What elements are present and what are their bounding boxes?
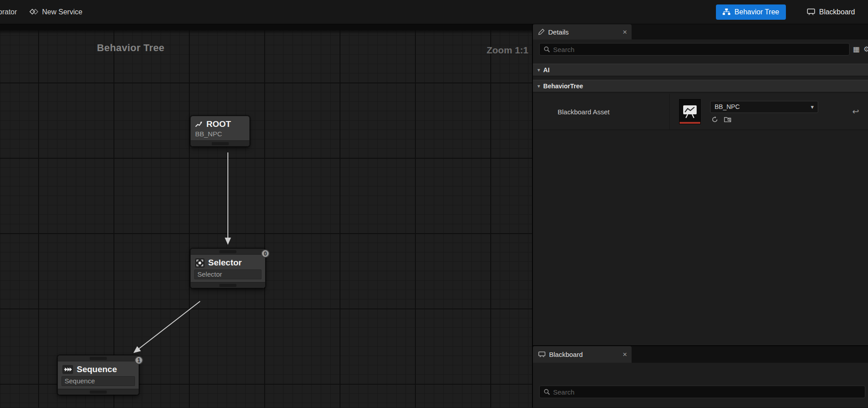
category-behaviortree[interactable]: ▾ BehaviorTree: [533, 80, 868, 92]
right-panel: Details × ▦ ⚙ ▾ AI ▾ BehaviorTree: [533, 24, 868, 408]
top-toolbar: orator New Service Behavior Tree Blackbo…: [0, 0, 868, 24]
blackboard-search-row: [533, 382, 868, 402]
blackboard-tab-icon: [538, 352, 545, 357]
blackboard-search-input[interactable]: [553, 388, 861, 396]
asset-color-bar: [680, 122, 700, 124]
details-search-box[interactable]: [539, 43, 850, 56]
behavior-tree-button-label: Behavior Tree: [734, 8, 779, 16]
selector-input-pin[interactable]: [191, 249, 265, 255]
browse-to-asset-icon[interactable]: [724, 116, 731, 123]
node-subtitle: Selector: [194, 269, 262, 279]
tab-details[interactable]: Details ×: [533, 24, 632, 39]
property-label: Blackboard Asset: [533, 94, 670, 130]
sequence-output-pin[interactable]: [58, 389, 139, 395]
node-title: Sequence: [77, 365, 117, 374]
details-empty-area: [533, 130, 868, 345]
search-icon: [544, 46, 550, 52]
close-blackboard-tab-icon[interactable]: ×: [623, 351, 627, 358]
settings-icon[interactable]: ⚙: [864, 46, 868, 53]
details-search-row: ▦ ⚙: [533, 39, 868, 59]
blackboard-panel: Blackboard ×: [533, 345, 868, 408]
execution-index-badge: 1: [135, 356, 143, 365]
root-icon: [195, 121, 203, 127]
dropdown-selected-value: BB_NPC: [715, 103, 811, 110]
graph-title-watermark: Behavior Tree: [97, 42, 165, 54]
blackboard-button[interactable]: Blackboard: [800, 4, 862, 20]
reset-to-default-icon[interactable]: ↩: [852, 107, 859, 117]
asset-action-icons: [710, 116, 818, 123]
pencil-icon: [538, 29, 545, 35]
toolbar-right-group: Behavior Tree Blackboard: [716, 4, 868, 20]
blackboard-search-box[interactable]: [539, 386, 865, 398]
tab-blackboard[interactable]: Blackboard ×: [533, 346, 632, 363]
root-node-header: ROOT: [191, 116, 249, 130]
blackboard-icon: [807, 9, 815, 15]
view-options-icon[interactable]: ▦: [853, 46, 860, 53]
search-icon: [544, 389, 550, 395]
root-output-pin[interactable]: [191, 140, 249, 146]
selector-icon: [195, 258, 205, 268]
chevron-down-icon: ▾: [537, 83, 540, 89]
node-title: ROOT: [206, 119, 231, 129]
details-tabstrip: Details ×: [533, 24, 868, 39]
sequence-input-pin[interactable]: [58, 356, 139, 361]
new-service-label: New Service: [42, 8, 83, 16]
blackboard-asset-thumbnail[interactable]: [679, 99, 701, 124]
behavior-tree-button[interactable]: Behavior Tree: [716, 4, 786, 20]
new-decorator-label: orator: [0, 8, 17, 16]
tab-details-label: Details: [548, 28, 569, 36]
node-subtitle: BB_NPC: [191, 130, 249, 140]
graph-edges: [0, 24, 532, 408]
chevron-down-icon: ▾: [537, 67, 540, 73]
blackboard-toolbar-area: [533, 363, 868, 382]
new-service-icon: [30, 9, 38, 15]
category-behaviortree-label: BehaviorTree: [543, 82, 583, 90]
blackboard-bottom-edge: [533, 402, 868, 408]
toolbar-item-new-service[interactable]: New Service: [23, 0, 89, 24]
blackboard-asset-thumb-icon: [682, 104, 698, 119]
selector-node-header: Selector: [191, 255, 265, 269]
zoom-level-label: Zoom 1:1: [487, 45, 528, 56]
blackboard-button-label: Blackboard: [819, 8, 855, 16]
close-details-tab-icon[interactable]: ×: [623, 28, 627, 36]
behavior-tree-graph-canvas[interactable]: Behavior Tree Zoom 1:1 ROOT BB_NPC: [0, 24, 532, 408]
blackboard-asset-dropdown[interactable]: BB_NPC ▾: [710, 101, 818, 113]
property-value-area: BB_NPC ▾ ↩: [670, 94, 868, 130]
blackboard-asset-row: Blackboard Asset BB_NPC ▾: [533, 94, 868, 130]
category-ai-label: AI: [543, 66, 550, 74]
edge-selector-to-sequence: [134, 301, 200, 352]
blackboard-tabstrip: Blackboard ×: [533, 346, 868, 363]
selector-output-pin[interactable]: [191, 282, 265, 288]
root-node[interactable]: ROOT BB_NPC: [190, 116, 250, 147]
execution-index-badge: 0: [261, 249, 270, 258]
sequence-node-header: Sequence: [58, 361, 139, 375]
toolbar-item-new-decorator[interactable]: orator: [0, 0, 23, 24]
selector-node[interactable]: Selector Selector 0: [190, 248, 266, 288]
asset-picker-column: BB_NPC ▾: [710, 101, 818, 123]
details-search-input[interactable]: [553, 46, 845, 53]
node-subtitle: Sequence: [61, 376, 135, 386]
chevron-down-icon: ▾: [811, 104, 814, 110]
node-title: Selector: [208, 258, 242, 268]
sequence-node[interactable]: Sequence Sequence 1: [57, 355, 139, 395]
use-selected-asset-icon[interactable]: [711, 116, 718, 123]
behavior-tree-icon: [723, 9, 730, 15]
tab-blackboard-label: Blackboard: [549, 351, 583, 358]
category-ai[interactable]: ▾ AI: [533, 64, 868, 76]
sequence-icon: [62, 365, 73, 374]
